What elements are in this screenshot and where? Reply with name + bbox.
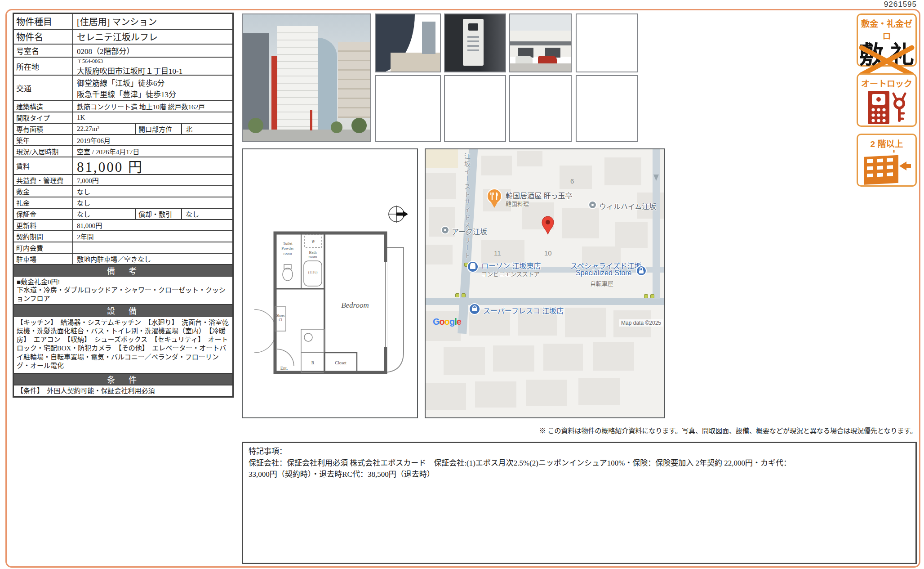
document-number: 9261595 (884, 0, 917, 9)
room-label-toilet: room (284, 251, 292, 255)
traffic-light-icon (644, 294, 648, 298)
place-marker-icon (441, 226, 449, 234)
access-line: 御堂筋線「江坂」徒歩6分 (77, 77, 165, 88)
map-block (562, 208, 599, 238)
traffic-light-icon (462, 293, 466, 297)
badge-title: 敷金・礼金ゼロ (858, 17, 915, 41)
photo-shape (271, 56, 277, 130)
conditions-header: 条 件 (14, 373, 232, 385)
map-street-major (426, 298, 665, 305)
map-copyright: Map data ©2025 (619, 319, 663, 327)
badge-no-deposit-no-key-money: 敷金・礼金ゼロ 敷 礼 (857, 13, 917, 67)
poi-label-wilheim: ウィルハイム江坂 (599, 201, 656, 211)
one-way-arrow-icon (653, 175, 659, 181)
map-block (475, 381, 516, 408)
map-block (604, 157, 641, 185)
room-label-bath-size: (1116) (308, 270, 318, 274)
map-block-number: 10 (544, 249, 552, 257)
row-label: 共益費・管理費 (14, 175, 73, 185)
map-block (517, 151, 542, 166)
photo-shape (338, 42, 370, 118)
photo-shape (510, 14, 571, 31)
room-label-toilet: Toilet (283, 241, 293, 246)
row-label: 礼金 (14, 197, 73, 208)
room-label-entrance: Ent. (280, 366, 288, 371)
photo-placeholder-empty (375, 75, 441, 142)
special-notes-box: 特記事項： 保証会社：保証会社利用必須 株式会社エポスカード 保証会社:(1)エ… (242, 442, 917, 564)
map-block (615, 222, 648, 248)
map-block (578, 378, 620, 405)
room-label-shoes: Cl (279, 318, 282, 322)
map-block (493, 345, 534, 372)
traffic-light-icon (650, 294, 654, 298)
convenience-store-marker-icon (467, 261, 479, 273)
rent-value: 81,000 円 (73, 157, 232, 174)
badge-kanji: 敷 礼 (858, 42, 915, 69)
row-value: 7,000円 (73, 175, 232, 185)
table-row: 保証金 なし 償却・敷引 なし (14, 208, 232, 219)
row-label-2: 開口部方位 (136, 124, 182, 134)
row-label: 物件種目 (14, 14, 73, 29)
logo-letter: g (449, 317, 454, 327)
remarks-line: ■敷金礼金0円! (17, 278, 230, 286)
poi-label-fresco: スーパーフレスコ 江坂店 (483, 305, 564, 316)
photo-placeholder-empty (576, 75, 638, 142)
row-value: 22.27m² (73, 124, 136, 134)
row-value: 御堂筋線「江坂」徒歩6分 阪急千里線「豊津」徒歩13分 (73, 76, 232, 100)
equipment-header: 設 備 (14, 304, 232, 316)
row-value: [住居用] マンション (73, 14, 232, 29)
row-label: 建築構造 (14, 101, 73, 112)
row-value: 〒564-0063 大阪府吹田市江坂町１丁目10-1 (73, 58, 232, 75)
poi-label-specialized-en: Specialized Store (576, 269, 632, 277)
restaurant-marker-icon (486, 188, 503, 209)
photo-shape (510, 41, 571, 45)
photo-shape (422, 22, 435, 54)
supermarket-marker-icon (469, 303, 480, 315)
floor-plan: Bedroom Toilet Powder room Bath room (11… (242, 148, 418, 418)
photo-shape (351, 118, 367, 133)
map-block (481, 156, 512, 175)
autolock-intercom-key-icon (864, 90, 909, 126)
photo-shape (467, 36, 479, 54)
row-value-2: なし (182, 209, 232, 219)
row-label-2: 償却・敷引 (136, 209, 182, 219)
table-row: 現況/入居時期 空室 / 2026年4月17日 (14, 145, 232, 157)
row-label: 保証金 (14, 209, 73, 219)
badge-autolock: オートロック (857, 73, 917, 127)
marker-dot (591, 204, 594, 206)
room-label-closet: Closet (335, 360, 346, 365)
photo-shape (510, 63, 571, 72)
badge-title: 2 階以上 (858, 137, 915, 149)
logo-letter: G (433, 317, 440, 327)
map-block (444, 347, 485, 375)
remarks-line: 下水道・冷房・ダブルロックドア・シャワー・クローゼット・クッションフロア (17, 286, 230, 303)
row-value: なし (73, 186, 232, 197)
table-row: 号室名 0208（2階部分） (14, 44, 232, 57)
postal-code: 〒564-0063 (77, 57, 103, 65)
photo-shape (310, 110, 312, 130)
notes-line: 33,000円（契約時）・退去時RC代：38,500円（退去時） (249, 469, 910, 480)
map-block (426, 383, 466, 410)
table-row: 間取タイプ 1K (14, 112, 232, 123)
map-block-number: 6 (570, 177, 574, 185)
room-label-refrigerator: R (311, 360, 315, 365)
row-value: セレニテ江坂ルフレ (73, 30, 232, 44)
row-label: 間取タイプ (14, 112, 73, 123)
photo-entrance-parking (509, 13, 572, 72)
row-label: 所在地 (14, 58, 73, 75)
row-label: 現況/入居時期 (14, 146, 73, 157)
notes-line: 保証会社：保証会社利用必須 株式会社エポスカード 保証会社:(1)エポス月次2.… (249, 457, 910, 469)
remarks-content: ■敷金礼金0円! 下水道・冷房・ダブルロックドア・シャワー・クローゼット・クッシ… (14, 276, 232, 304)
photo-placeholder-empty (576, 13, 638, 72)
table-row: 物件名 セレニテ江坂ルフレ (14, 29, 232, 44)
photo-shape (318, 38, 337, 130)
row-label: 交通 (14, 76, 73, 100)
room-label-bath: room (309, 255, 317, 259)
photo-interior-hallway (375, 13, 441, 72)
row-value: なし (73, 209, 136, 219)
floor-plan-drawing: Bedroom Toilet Powder room Bath room (11… (248, 194, 413, 392)
map-street-right (653, 149, 660, 299)
notes-title: 特記事項： (249, 446, 910, 457)
row-label: 更新料 (14, 220, 73, 230)
photo-shape (468, 23, 478, 31)
